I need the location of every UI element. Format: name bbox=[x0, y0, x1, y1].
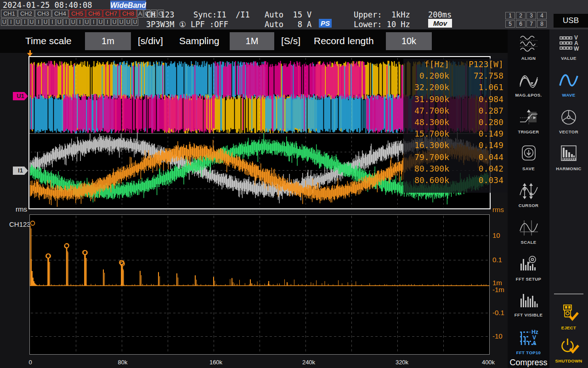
trigger-position-marker[interactable] bbox=[27, 50, 33, 57]
value-icon: V A W bbox=[549, 34, 588, 55]
averaging-badge: Mov bbox=[428, 19, 452, 28]
upper-freq: Upper: 1kHz bbox=[354, 10, 410, 19]
time-scale-button[interactable]: 1m bbox=[85, 32, 131, 50]
datetime: 2024-01-25 08:40:08 bbox=[3, 0, 92, 10]
sidebar-item-fftvisible[interactable]: FFT VISIBLE bbox=[508, 291, 549, 317]
compress-label: Compress bbox=[508, 358, 549, 368]
sidebar-item-label: FFT VISIBLE bbox=[508, 312, 549, 317]
fft-power-value: 0.280 bbox=[449, 117, 508, 127]
ui-indicator-2: U bbox=[15, 18, 21, 26]
fft-frequency-value: 80.600k bbox=[403, 175, 449, 185]
u1-channel-tag[interactable]: U1 bbox=[13, 92, 28, 100]
fft-power-value: 0.287 bbox=[449, 106, 508, 115]
page-button-6[interactable]: 6 bbox=[516, 20, 526, 28]
fft-top10-table: f[Hz] P123[W] 0.200k72.75832.200k1.06131… bbox=[403, 58, 508, 193]
spectrum-y-tick: 10 bbox=[492, 231, 500, 239]
fft-frequency-value: 31.900k bbox=[403, 94, 449, 104]
fft-power-value: 1.061 bbox=[449, 82, 508, 92]
sidebar-item-harmonic[interactable]: HARMONIC bbox=[549, 144, 588, 171]
sidebar-item-ffttop10[interactable]: Hz V AFFT TOP10 bbox=[508, 328, 549, 355]
spectrum-canvas[interactable] bbox=[30, 215, 489, 354]
sidebar-item-label: TRIGGER bbox=[508, 129, 549, 134]
spectrum-unit-right: rms bbox=[492, 206, 504, 213]
harmonic-icon bbox=[549, 144, 588, 166]
sidebar-item-fftsetup[interactable]: FFT SETUP bbox=[508, 255, 549, 282]
channel-indicator-ch3[interactable]: CH3 bbox=[35, 10, 51, 17]
fft-power-value: 72.758 bbox=[449, 71, 508, 80]
page-button-5[interactable]: 5 bbox=[505, 20, 515, 28]
fft-table-row: 31.900k0.984 bbox=[403, 93, 508, 105]
sidebar-item-save[interactable]: SAVE bbox=[508, 144, 549, 171]
fft-power-value: 0.149 bbox=[449, 140, 508, 150]
fft-power-value: 0.149 bbox=[449, 129, 508, 138]
fft-table-row: 80.300k0.042 bbox=[403, 163, 508, 174]
fft-table-row: 79.700k0.044 bbox=[403, 151, 508, 163]
sidebar-item-vector[interactable]: VECTOR bbox=[549, 108, 588, 134]
sidebar-item-trigger[interactable]: TRIGGER bbox=[508, 108, 549, 134]
ui-indicator-6: U bbox=[42, 18, 49, 26]
sidebar-item-cursor[interactable]: CURSOR bbox=[508, 181, 549, 208]
ui-indicator-16: U bbox=[111, 18, 118, 26]
sidebar-left-column: ALIGN MAG.&POS. TRIGGER SAVE CURSOR SCAL… bbox=[508, 29, 549, 368]
page-button-3[interactable]: 3 bbox=[526, 12, 536, 19]
channel-indicator-ch2[interactable]: CH2 bbox=[18, 10, 34, 17]
current-range: Auto 8 A bbox=[265, 20, 311, 29]
sidebar-item-wave[interactable]: WAVE bbox=[549, 71, 588, 98]
fft-frequency-value: 32.200k bbox=[403, 82, 449, 92]
sidebar-item-label: EJECT bbox=[549, 325, 588, 330]
channel-indicator-row: CH1CH2CH3CH4CH5CH6CH7CH8ACEG bbox=[1, 10, 164, 18]
page-button-1[interactable]: 1 bbox=[505, 12, 515, 19]
svg-text:A: A bbox=[532, 340, 537, 346]
spectrum-y-tick: 0.1 bbox=[492, 256, 502, 264]
fft-table-row: 0.200k72.758 bbox=[403, 70, 508, 81]
channel-indicator-ch5[interactable]: CH5 bbox=[69, 10, 85, 17]
sidebar-item-label: WAVE bbox=[549, 92, 588, 98]
ui-indicator-15: I bbox=[104, 18, 111, 26]
align-icon bbox=[508, 34, 549, 55]
spectrum-x-tick: 320k bbox=[396, 359, 408, 366]
fft-power-value: 0.042 bbox=[449, 164, 508, 173]
vector-icon bbox=[549, 108, 588, 129]
wideband-badge: WideBand bbox=[110, 0, 146, 10]
fft-power-value: 0.044 bbox=[449, 152, 508, 162]
time-scale-label: Time scale bbox=[25, 35, 72, 46]
spectrum-panel[interactable] bbox=[29, 214, 490, 355]
fft-table-row: 47.700k0.287 bbox=[403, 105, 508, 116]
fftvisible-icon bbox=[508, 291, 549, 312]
i1-channel-tag[interactable]: I1 bbox=[13, 167, 28, 175]
sampling-button[interactable]: 1M bbox=[230, 32, 274, 50]
aux-channel-indicator-a[interactable]: A bbox=[137, 10, 143, 17]
channel-ui-row: UIUIUIUIUIUIUIUIUUUU bbox=[1, 18, 139, 27]
record-length-label: Record length bbox=[314, 35, 374, 46]
page-button-7[interactable]: 7 bbox=[526, 20, 536, 28]
page-button-8[interactable]: 8 bbox=[537, 20, 547, 28]
sidebar-item-value[interactable]: V A WVALUE bbox=[549, 34, 588, 61]
fft-frequency-value: 15.700k bbox=[403, 129, 449, 138]
wiring-mode: 3P3W3M ① LPF :OFF bbox=[146, 20, 228, 29]
channel-indicator-ch1[interactable]: CH1 bbox=[1, 10, 17, 17]
sidebar-item-scale[interactable]: SCALE bbox=[508, 218, 549, 245]
channel-indicator-ch4[interactable]: CH4 bbox=[52, 10, 68, 17]
sidebar-item-eject[interactable]: EJECT bbox=[549, 304, 588, 330]
spectrum-x-tick: 400k bbox=[482, 359, 495, 366]
sidebar-item-label: VALUE bbox=[549, 56, 588, 61]
page-button-2[interactable]: 2 bbox=[516, 12, 526, 19]
sidebar-item-align[interactable]: ALIGN bbox=[508, 34, 549, 61]
record-length-button[interactable]: 10k bbox=[386, 32, 432, 50]
time-scale-unit: [s/div] bbox=[138, 35, 163, 46]
fft-table-header: f[Hz] P123[W] bbox=[403, 58, 508, 70]
sidebar-item-shutdown[interactable]: SHUTDOWN bbox=[549, 337, 588, 363]
spectrum-y-tick: -10 bbox=[492, 332, 503, 340]
sidebar-item-label: SCALE bbox=[508, 240, 549, 245]
ui-indicator-13: I bbox=[90, 18, 97, 26]
fft-frequency-value: 79.700k bbox=[403, 152, 449, 162]
sidebar-divider bbox=[554, 293, 583, 294]
channel-indicator-ch7[interactable]: CH7 bbox=[103, 10, 119, 17]
ui-indicator-4: U bbox=[28, 18, 35, 26]
channel-indicator-ch6[interactable]: CH6 bbox=[86, 10, 102, 17]
sidebar-item-magpos[interactable]: MAG.&POS. bbox=[508, 71, 549, 98]
channel-indicator-ch8[interactable]: CH8 bbox=[120, 10, 136, 17]
ui-indicator-7: I bbox=[49, 18, 56, 26]
ui-indicator-14: U bbox=[97, 18, 104, 26]
page-button-4[interactable]: 4 bbox=[537, 12, 547, 19]
